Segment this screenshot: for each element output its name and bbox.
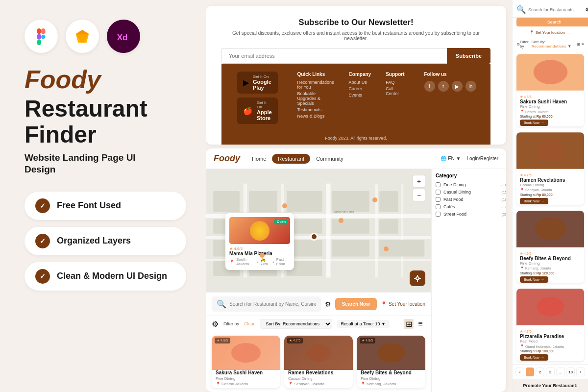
page-btn-3[interactable]: 3	[546, 368, 555, 376]
sidebar-card-rating-3: ★ 4.7/5	[520, 330, 581, 334]
restaurant-nav: Foody Home Restaurant Community 🌐 EN ▼ L…	[206, 148, 506, 169]
footer-quick-links: Quick Links Recommendations for You Book…	[297, 72, 334, 120]
card-location-0: 📍Central Jakarta	[212, 382, 280, 388]
search-bar-section: 🔍 ⚙ Search Now 📍 Set Your location	[206, 292, 431, 316]
search-filter-icon[interactable]: ⚙	[325, 300, 331, 308]
google-play-btn[interactable]: ▶ Get It On Google Play	[237, 72, 278, 94]
category-checkbox-fine-dining[interactable]	[436, 182, 441, 187]
footer-support-2[interactable]: Call Center	[386, 86, 404, 96]
sidebar-card-name-3: Pizzarella Paradise	[520, 334, 581, 339]
prev-page-btn[interactable]: ‹	[515, 368, 524, 376]
category-title: Category	[436, 173, 457, 178]
sidebar-card-img-0	[516, 54, 584, 91]
left-panel: Xd Foody Restaurant RestaurantFinder Web…	[0, 0, 206, 392]
next-page-btn[interactable]: ›	[576, 368, 585, 376]
card-type-2: Fine Dining	[357, 376, 425, 382]
sidebar-book-btn-0[interactable]: Book Now →	[520, 120, 548, 126]
page-btn-1[interactable]: 1	[526, 368, 535, 376]
map-controls: + −	[413, 175, 425, 201]
footer-support-1[interactable]: FAQ	[386, 80, 404, 85]
map-pin-2[interactable]	[339, 218, 343, 223]
sidebar-search-input[interactable]	[528, 7, 583, 12]
sidebar-card-rating-2: ★ 4.6/5	[520, 252, 581, 256]
sidebar-book-btn-1[interactable]: Book Now →	[520, 198, 548, 204]
nav-links: Home Restaurant Community	[252, 154, 343, 164]
sidebar-card-rating-0: ★ 4.8/5	[520, 95, 581, 99]
facebook-icon[interactable]: f	[424, 81, 435, 92]
page-btn-10[interactable]: 10	[566, 368, 575, 376]
google-play-label2: Google Play	[253, 79, 272, 91]
footer-company-3[interactable]: Events	[349, 93, 371, 98]
footer-company-1[interactable]: About Us	[349, 80, 371, 85]
sort-dropdown[interactable]: Sort By: Recommendations	[260, 319, 332, 329]
newsletter-desc: Get special discounts, exclusive offers …	[221, 30, 490, 41]
newsletter-subscribe-btn[interactable]: Subscribe	[447, 48, 490, 64]
category-checkbox-casual-dining[interactable]	[436, 190, 441, 195]
map-pin-4[interactable]	[260, 253, 265, 258]
restaurant-search-input[interactable]	[229, 301, 316, 307]
map-popup: Open ★ 4.6/5 Mama Mia Pizzeria 📍 South J…	[225, 213, 294, 270]
footer-link-2[interactable]: Bookable Upgrades & Specials	[297, 91, 334, 106]
nav-restaurant[interactable]: Restaurant	[272, 154, 310, 164]
map-zoom-in[interactable]: +	[413, 175, 425, 188]
footer-link-3[interactable]: Testimonials	[297, 107, 334, 112]
figma-icon	[24, 20, 58, 53]
xd-icon: Xd	[107, 20, 140, 53]
map-zoom-out[interactable]: −	[413, 189, 425, 201]
apple-store-btn[interactable]: 🍎 Get It On Apple Store	[237, 98, 278, 124]
sidebar-list-icon[interactable]: ≡	[582, 42, 584, 47]
footer-company-2[interactable]: Career	[349, 86, 371, 91]
search-now-btn[interactable]: Search Now	[335, 298, 377, 310]
footer-link-1[interactable]: Recommendations for You	[297, 80, 334, 90]
page-btn-2[interactable]: 2	[536, 368, 544, 376]
sidebar-search-icon: 🔍	[516, 5, 526, 14]
map-pin-1[interactable]	[282, 203, 287, 208]
result-badge[interactable]: Result at a Time: 10 ▼	[337, 320, 390, 328]
clear-btn[interactable]: Clear	[244, 321, 255, 326]
nav-community[interactable]: Community	[316, 156, 343, 162]
twitter-icon[interactable]: t	[438, 81, 449, 92]
svg-rect-22	[332, 191, 369, 212]
youtube-icon[interactable]: ▶	[452, 81, 463, 92]
product-subtitle: Website Landing Page UIDesign	[24, 152, 181, 176]
sidebar-grid-icon[interactable]: ⊞	[577, 42, 580, 47]
map-pin-3[interactable]	[372, 197, 377, 202]
nav-lang[interactable]: 🌐 EN ▼	[441, 156, 461, 161]
svg-rect-23	[379, 191, 398, 212]
newsletter-email-input[interactable]	[221, 48, 447, 64]
category-collapse-icon[interactable]: ▼	[506, 173, 506, 178]
sidebar-book-btn-3[interactable]: Book Now →	[520, 354, 548, 361]
map-pin-5[interactable]	[384, 246, 389, 251]
sidebar-search-btn[interactable]: Search	[516, 18, 588, 26]
svg-rect-1	[37, 34, 41, 39]
sidebar-search-filter-icon[interactable]: ⚙	[585, 7, 588, 12]
svg-rect-21	[287, 191, 322, 212]
category-casual-dining: Casual Dining (150)	[436, 190, 506, 195]
grid-view-btn[interactable]: ⊞	[404, 319, 414, 329]
nav-right: 🌐 EN ▼ Login/Register	[441, 156, 498, 161]
sidebar-location[interactable]: 📍 Set Your location ----	[513, 28, 588, 37]
map-pin-active[interactable]	[310, 233, 318, 241]
svg-text:Xd: Xd	[117, 33, 128, 42]
map-location-btn[interactable]	[410, 270, 425, 286]
sidebar-book-btn-2[interactable]: Book Now →	[520, 276, 548, 283]
linkedin-icon[interactable]: in	[466, 81, 476, 92]
svg-rect-28	[379, 220, 398, 234]
footer-link-4[interactable]: News & Blogs	[297, 114, 334, 119]
list-view-btn[interactable]: ≡	[416, 319, 425, 329]
footer-support-title: Support	[386, 72, 404, 77]
nav-auth[interactable]: Login/Register	[467, 156, 498, 161]
apple-icon: 🍎	[243, 106, 253, 116]
category-checkbox-fast-food[interactable]	[436, 197, 441, 202]
category-cafes: Cafés (120)	[436, 204, 506, 209]
set-location-btn[interactable]: 📍 Set Your location	[381, 301, 425, 307]
svg-rect-19	[213, 191, 240, 212]
sidebar-card-content-0: ★ 4.8/5 Sakura Sushi Haven Fine Dining 📍…	[516, 93, 584, 126]
svg-point-50	[534, 60, 567, 84]
sidebar-card-1: ★ 4.7/5 Ramen Revelations Casual Dining …	[516, 132, 584, 205]
feature-label-1: Free Font Used	[57, 200, 121, 211]
nav-home[interactable]: Home	[252, 156, 266, 162]
category-checkbox-cafes[interactable]	[436, 204, 441, 209]
restaurant-cards-row: ★ 4.8/5 Sakura Sushi Haven Fine Dining 📍…	[206, 332, 431, 392]
category-checkbox-street-food[interactable]	[436, 212, 441, 217]
